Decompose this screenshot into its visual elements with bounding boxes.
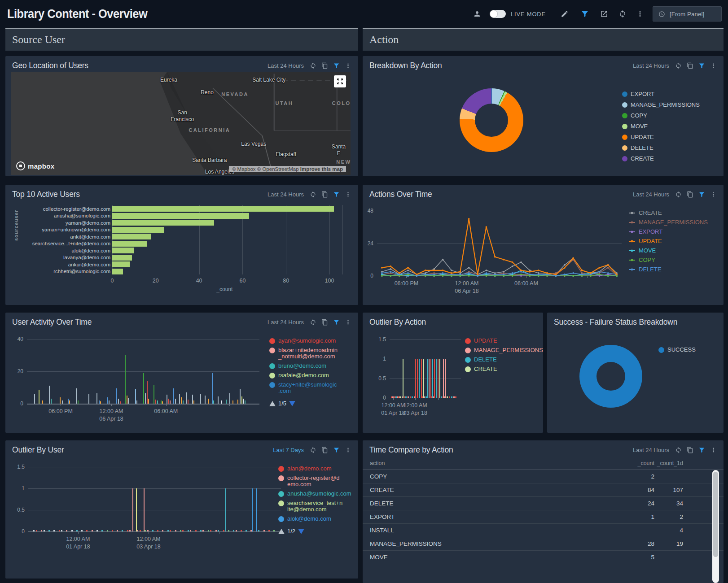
legend-label-line: .com bbox=[278, 388, 337, 394]
from-panel-select[interactable]: [From Panel] bbox=[653, 6, 722, 22]
activity-bar bbox=[60, 397, 61, 404]
legend-item[interactable]: MANAGE_PERMISSIONS bbox=[622, 102, 700, 108]
spike-chart[interactable]: 00.511.512:00 AM 01 Apr 1812:00 AM 03 Ap… bbox=[363, 313, 543, 433]
bar[interactable] bbox=[112, 255, 132, 261]
mapbox-logo[interactable]: mapbox bbox=[16, 161, 54, 170]
edit-icon[interactable] bbox=[561, 10, 569, 18]
map-canvas[interactable]: EurekaSalt Lake CityRenoSan FranciscoLas… bbox=[11, 72, 351, 175]
legend-swatch bbox=[465, 366, 471, 372]
legend-item[interactable]: alok@demo.com bbox=[278, 516, 351, 522]
time-range-label[interactable]: Last 24 Hours bbox=[633, 447, 669, 453]
outlier-spike bbox=[432, 359, 433, 398]
map-expand-button[interactable] bbox=[334, 75, 346, 87]
legend-item[interactable]: MOVE bbox=[628, 248, 708, 254]
donut-chart[interactable] bbox=[547, 313, 724, 433]
legend-item[interactable]: COPY bbox=[622, 113, 700, 119]
table-row[interactable]: COPY2 bbox=[363, 470, 724, 483]
x-tick-label: 40 bbox=[196, 277, 202, 285]
refresh-icon[interactable] bbox=[675, 447, 682, 453]
activity-bar bbox=[212, 373, 213, 404]
legend-item[interactable]: CREATE bbox=[465, 366, 543, 372]
legend-item[interactable]: blazar+nitedemoadmin_notmulti@demo.com bbox=[269, 347, 338, 360]
legend-item[interactable]: MANAGE_PERMISSIONS bbox=[628, 219, 708, 226]
refresh-icon[interactable] bbox=[618, 10, 627, 18]
user-icon[interactable] bbox=[473, 10, 481, 18]
legend-item[interactable]: COPY bbox=[628, 257, 708, 263]
kebab-icon[interactable] bbox=[345, 62, 351, 69]
copy-icon[interactable] bbox=[321, 62, 328, 69]
kebab-icon[interactable] bbox=[710, 447, 717, 453]
legend-item[interactable]: alan@demo.com bbox=[278, 466, 351, 472]
bar[interactable] bbox=[112, 234, 151, 239]
legend-label: searchservice_test+nite@demo.com bbox=[287, 500, 342, 513]
table-row[interactable]: INSTALL4 bbox=[363, 524, 724, 537]
table-scrollbar-track[interactable] bbox=[712, 470, 719, 583]
filter-icon[interactable] bbox=[698, 447, 705, 453]
legend-item[interactable]: stacy+nite@sumologic.com bbox=[269, 382, 338, 394]
legend-item[interactable]: ayan@sumologic.com bbox=[269, 338, 338, 344]
baseline-event bbox=[258, 530, 259, 531]
table-row[interactable]: EXPORT12 bbox=[363, 510, 724, 524]
bar[interactable] bbox=[112, 269, 123, 274]
bar[interactable] bbox=[112, 261, 130, 267]
table-row[interactable]: MANAGE_PERMISSIONS2819 bbox=[363, 537, 724, 551]
legend-prev-icon[interactable] bbox=[278, 529, 285, 534]
legend-next-icon[interactable] bbox=[298, 529, 304, 534]
more-kebab-icon[interactable] bbox=[636, 10, 644, 18]
legend-item[interactable]: MANAGE_PERMISSIONS bbox=[465, 347, 543, 353]
bar[interactable] bbox=[112, 227, 164, 233]
filter-icon[interactable] bbox=[581, 10, 589, 18]
legend-item[interactable]: UPDATE bbox=[628, 238, 708, 244]
y-tick-label: 0.5 bbox=[366, 375, 386, 382]
bar-category-label: alok@demo.com bbox=[10, 248, 110, 253]
legend-item[interactable]: EXPORT bbox=[622, 91, 700, 97]
legend-item[interactable]: anusha@sumologic.com bbox=[278, 491, 351, 497]
y-tick-label: 20 bbox=[9, 368, 23, 374]
legend-item[interactable]: SUCCESS bbox=[658, 347, 696, 353]
bar[interactable] bbox=[112, 206, 334, 212]
map-attribution[interactable]: © Mapbox © OpenStreetMap Improve this ma… bbox=[229, 166, 346, 172]
baseline-event bbox=[152, 530, 153, 531]
legend-item[interactable]: rsafaie@demo.com bbox=[269, 372, 338, 379]
time-range-label[interactable]: Last 24 Hours bbox=[268, 62, 304, 69]
legend-item[interactable]: DELETE bbox=[465, 357, 543, 363]
bar[interactable] bbox=[112, 241, 147, 247]
legend-item[interactable]: UPDATE bbox=[622, 134, 700, 140]
legend-item[interactable]: DELETE bbox=[622, 145, 700, 151]
legend-item[interactable]: UPDATE bbox=[465, 338, 543, 344]
bar-chart[interactable]: 020406080100collector-register@demo.coma… bbox=[5, 185, 358, 305]
legend-item[interactable]: collector-register@demo.com bbox=[278, 475, 351, 487]
filter-icon[interactable] bbox=[333, 62, 340, 69]
legend-item[interactable]: MOVE bbox=[622, 123, 700, 130]
legend-item[interactable]: bruno@demo.com bbox=[269, 363, 338, 369]
table-scrollbar-thumb[interactable] bbox=[713, 472, 718, 557]
donut-hole bbox=[475, 104, 508, 137]
table-row[interactable]: DELETE2434 bbox=[363, 497, 724, 510]
legend-next-icon[interactable] bbox=[289, 401, 295, 406]
baseline-event bbox=[76, 530, 78, 531]
legend-item[interactable]: searchservice_test+nite@demo.com bbox=[278, 500, 351, 513]
legend-item[interactable]: DELETE bbox=[628, 266, 708, 273]
legend-item[interactable]: CREATE bbox=[622, 156, 700, 162]
live-mode-toggle[interactable] bbox=[490, 10, 506, 18]
refresh-icon[interactable] bbox=[310, 62, 316, 69]
baseline-event bbox=[53, 530, 55, 531]
column-header[interactable]: _count_1d bbox=[654, 460, 683, 466]
column-header[interactable]: action bbox=[370, 460, 623, 466]
gridline bbox=[28, 488, 281, 489]
map-improve-link[interactable]: Improve this map bbox=[300, 166, 343, 172]
legend-item[interactable]: CREATE bbox=[628, 210, 708, 216]
share-icon[interactable] bbox=[600, 10, 608, 18]
bar[interactable] bbox=[112, 213, 249, 219]
table-row[interactable]: MOVE5 bbox=[363, 551, 724, 564]
bar[interactable] bbox=[112, 248, 134, 253]
column-header[interactable]: _count bbox=[623, 460, 654, 466]
bar[interactable] bbox=[112, 220, 214, 226]
table-row[interactable]: CREATE84107 bbox=[363, 483, 724, 497]
gridline bbox=[390, 359, 461, 359]
copy-icon[interactable] bbox=[687, 447, 693, 453]
legend-page-indicator: 1/5 bbox=[278, 400, 286, 407]
panel-actions-over-time: Actions Over Time Last 24 Hours 0244806:… bbox=[363, 185, 724, 305]
legend-prev-icon[interactable] bbox=[269, 401, 276, 406]
legend-item[interactable]: EXPORT bbox=[628, 229, 708, 235]
